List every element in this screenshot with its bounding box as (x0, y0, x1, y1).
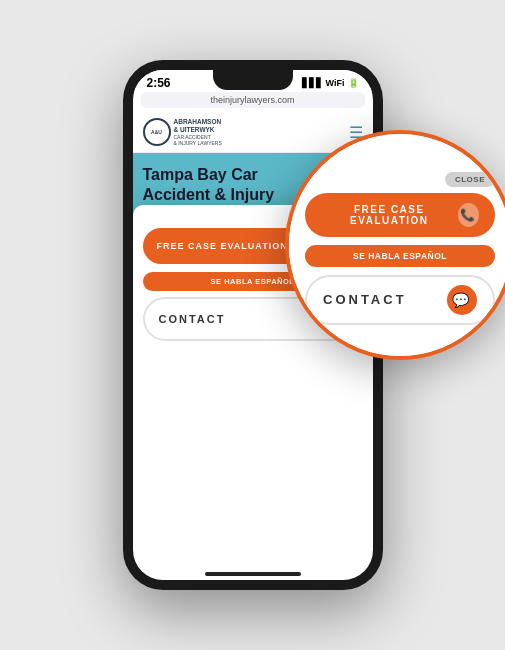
wifi-icon: WiFi (326, 78, 345, 88)
zoom-eval-button[interactable]: FREE CASE EVALUATiON 📞 (305, 193, 495, 237)
zoom-content: CLOSE FREE CASE EVALUATiON 📞 SE HABLA ES… (289, 134, 505, 356)
zoom-close-row: CLOSE (305, 172, 495, 187)
url-text: theinjurylawyers.com (210, 95, 294, 105)
zoom-close-button[interactable]: CLOSE (445, 172, 495, 187)
zoom-eval-phone-icon: 📞 (458, 203, 479, 227)
zoom-contact-button[interactable]: CONTACT 💬 (305, 275, 495, 325)
home-indicator (205, 572, 301, 576)
status-time: 2:56 (147, 76, 171, 90)
zoom-espanol-button[interactable]: SE HABLA ESPAÑOL (305, 245, 495, 267)
logo-area: A&U ABRAHAMSON & UITERWYK CAR ACCIDENT &… (143, 118, 222, 146)
zoom-contact-icon: 💬 (447, 285, 477, 315)
notch (213, 70, 293, 90)
signal-icon: ▋▋▋ (302, 78, 323, 88)
logo-text: ABRAHAMSON & UITERWYK CAR ACCIDENT & INJ… (174, 118, 222, 146)
status-icons: ▋▋▋ WiFi 🔋 (302, 78, 359, 88)
battery-icon: 🔋 (348, 78, 359, 88)
zoom-circle: CLOSE FREE CASE EVALUATiON 📞 SE HABLA ES… (285, 130, 505, 360)
logo-circle: A&U (143, 118, 171, 146)
nav-header: A&U ABRAHAMSON & UITERWYK CAR ACCIDENT &… (133, 112, 373, 153)
url-bar[interactable]: theinjurylawyers.com (141, 92, 365, 108)
